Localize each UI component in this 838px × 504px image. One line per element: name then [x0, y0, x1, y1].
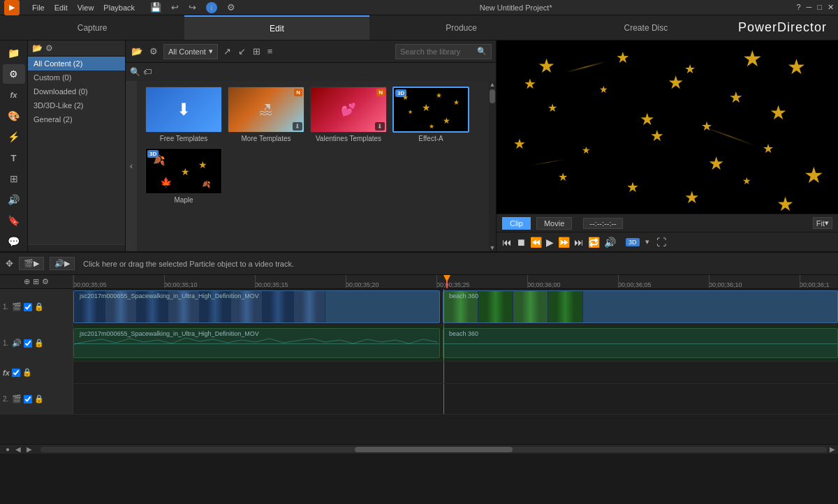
close-btn[interactable]: ✕ — [828, 3, 834, 12]
track-check-1[interactable] — [24, 303, 32, 311]
help-btn[interactable]: ? — [796, 3, 800, 12]
import2-icon[interactable]: ↙ — [237, 45, 247, 58]
info-icon[interactable]: i — [206, 2, 217, 13]
track-check-fx[interactable] — [12, 369, 20, 377]
next-frame-btn[interactable]: ⏩ — [558, 237, 570, 248]
scroll-thumb[interactable] — [490, 89, 495, 103]
track-lock-audio[interactable]: 🔒 — [34, 339, 44, 348]
sidebar-motion[interactable]: ⚡ — [3, 127, 25, 147]
import-file-icon[interactable]: 📂 — [130, 45, 144, 58]
clip-block-beach-video[interactable]: beach 360 — [443, 290, 838, 323]
tree-item-general[interactable]: General (2) — [28, 112, 125, 126]
video-track-btn[interactable]: 🎬▶ — [19, 257, 44, 270]
stop-btn[interactable]: ⏹ — [516, 237, 526, 248]
play-to-start-btn[interactable]: ⏮ — [502, 237, 512, 248]
redo-icon[interactable]: ↪ — [189, 2, 196, 13]
play-btn[interactable]: ▶ — [546, 237, 554, 248]
template-effect-a[interactable]: 3D ★ ★ ★ ★ ★ ★ ★ Effect-A — [392, 87, 469, 142]
settings-icon[interactable]: ⚙ — [227, 2, 235, 13]
sidebar-settings[interactable]: ⚙ — [3, 64, 25, 84]
sidebar-chapter[interactable]: 🔖 — [3, 211, 25, 230]
template-maple[interactable]: 3D 🍂 ★ 🍁 ★ 🍂 Maple — [145, 148, 222, 204]
tree-item-downloaded[interactable]: Downloaded (0) — [28, 84, 125, 98]
undo-icon[interactable]: ↩ — [171, 2, 179, 13]
menu-view[interactable]: View — [78, 3, 94, 12]
ruler-zoom-icon[interactable]: ⊕ — [24, 277, 30, 286]
track-content-audio-1[interactable]: jsc2017m000655_Spacewalking_in_Ultra_Hig… — [73, 325, 838, 361]
scroll-prev-icon[interactable]: ◀ — [15, 445, 21, 453]
track-content-fx[interactable] — [73, 362, 838, 383]
tab-create-disc[interactable]: Create Disc — [554, 15, 738, 40]
prev-frame-btn[interactable]: ⏪ — [530, 237, 542, 248]
minimize-btn[interactable]: ─ — [807, 3, 812, 12]
tree-item-custom[interactable]: Custom (0) — [28, 71, 125, 84]
filter-tag-icon[interactable]: 🏷 — [143, 67, 152, 77]
loop-btn[interactable]: 🔁 — [588, 237, 600, 248]
sidebar-transition[interactable]: ⊞ — [3, 169, 25, 188]
export-icon[interactable]: ↗ — [222, 45, 233, 58]
maximize-btn[interactable]: □ — [817, 3, 822, 12]
track-lock-fx[interactable]: 🔒 — [22, 368, 32, 377]
scroll-left-icon[interactable]: ● — [6, 445, 10, 453]
mini-star-5: ★ — [443, 116, 450, 126]
ruler-settings-icon[interactable]: ⚙ — [42, 277, 49, 286]
scroll-up-icon[interactable]: ▲ — [489, 81, 496, 88]
track-content-video-1[interactable]: jsc2017m000655_Spacewalking_in_Ultra_Hig… — [73, 289, 838, 325]
grid-view-icon[interactable]: ⊞ — [251, 45, 262, 58]
tree-item-3d[interactable]: 3D/3D-Like (2) — [28, 98, 125, 112]
clip-block-spacewalk[interactable]: jsc2017m000655_Spacewalking_in_Ultra_Hig… — [73, 290, 440, 323]
search-input[interactable] — [400, 47, 477, 56]
template-valentines[interactable]: 💕 N ⬇ Valentines Templates — [310, 87, 387, 142]
clip-btn[interactable]: Clip — [502, 217, 531, 230]
track-check-2[interactable] — [24, 395, 32, 403]
volume-btn[interactable]: 🔊 — [604, 237, 616, 248]
list-view-icon[interactable]: ≡ — [266, 45, 274, 58]
filter-left-icon[interactable]: 🔍 — [130, 67, 140, 77]
track-lock-1[interactable]: 🔒 — [34, 302, 44, 311]
3d-mode-arrow[interactable]: ▾ — [645, 237, 649, 246]
sidebar-effects[interactable]: fx — [3, 85, 25, 105]
scroll-right-arrow[interactable]: ▶ — [830, 445, 838, 453]
tab-produce[interactable]: Produce — [369, 15, 554, 40]
scrollbar-track[interactable] — [41, 447, 827, 452]
import-options-icon[interactable]: ⚙ — [148, 45, 159, 58]
search-icon[interactable]: 🔍 — [477, 47, 487, 56]
sidebar-design[interactable]: 🎨 — [3, 106, 25, 126]
timeline-tool-icon[interactable]: ✥ — [6, 258, 13, 269]
movie-btn[interactable]: Movie — [536, 217, 572, 230]
scroll-down-icon[interactable]: ▼ — [489, 244, 496, 251]
fit-dropdown[interactable]: Fit ▾ — [813, 217, 832, 229]
sidebar-import[interactable]: 📁 — [3, 43, 25, 63]
menu-file[interactable]: File — [32, 3, 45, 12]
fullscreen-btn[interactable]: ⛶ — [656, 237, 666, 248]
new-folder-icon[interactable]: 📂 — [32, 43, 43, 53]
menu-edit[interactable]: Edit — [54, 3, 68, 12]
template-more[interactable]: 🏖 N ⬇ More Templates — [228, 87, 304, 142]
menu-playback[interactable]: Playback — [103, 3, 135, 12]
save-icon[interactable]: 💾 — [150, 2, 161, 13]
tree-item-all-content[interactable]: All Content (2) — [28, 57, 125, 71]
3d-mode-badge[interactable]: 3D — [626, 238, 640, 246]
app-brand: PowerDirector — [738, 20, 838, 35]
audio-track-btn[interactable]: 🔊▶ — [50, 257, 75, 270]
tab-edit[interactable]: Edit — [184, 15, 369, 40]
track-lock-2[interactable]: 🔒 — [34, 394, 44, 403]
template-free[interactable]: ⬇ Free Templates — [145, 87, 222, 142]
sidebar-audio[interactable]: 🔊 — [3, 190, 25, 209]
library-scrollbar[interactable]: ▲ ▼ — [489, 81, 496, 251]
tab-capture[interactable]: Capture — [0, 15, 184, 40]
clip-block-audio-spacewalk[interactable]: jsc2017m000655_Spacewalking_in_Ultra_Hig… — [73, 328, 440, 358]
track-content-video-2[interactable] — [73, 384, 838, 414]
filter-icon[interactable]: ⚙ — [45, 43, 53, 53]
play-to-end-btn[interactable]: ⏭ — [574, 237, 584, 248]
ruler-fit-icon[interactable]: ⊞ — [33, 277, 39, 286]
sidebar-title[interactable]: T — [3, 148, 25, 168]
clip-block-audio-beach[interactable]: beach 360 — [443, 328, 838, 358]
sidebar-icons: 📁 ⚙ fx 🎨 ⚡ T ⊞ 🔊 🔖 💬 — [0, 40, 28, 251]
track-check-audio[interactable] — [24, 339, 32, 348]
content-filter-dropdown[interactable]: All Content ▾ — [163, 44, 218, 59]
scrollbar-thumb[interactable] — [355, 447, 512, 452]
sidebar-subtitle[interactable]: 💬 — [3, 232, 25, 251]
scroll-next-icon[interactable]: ▶ — [27, 445, 32, 453]
nav-arrow-left[interactable]: ‹ — [126, 81, 137, 251]
